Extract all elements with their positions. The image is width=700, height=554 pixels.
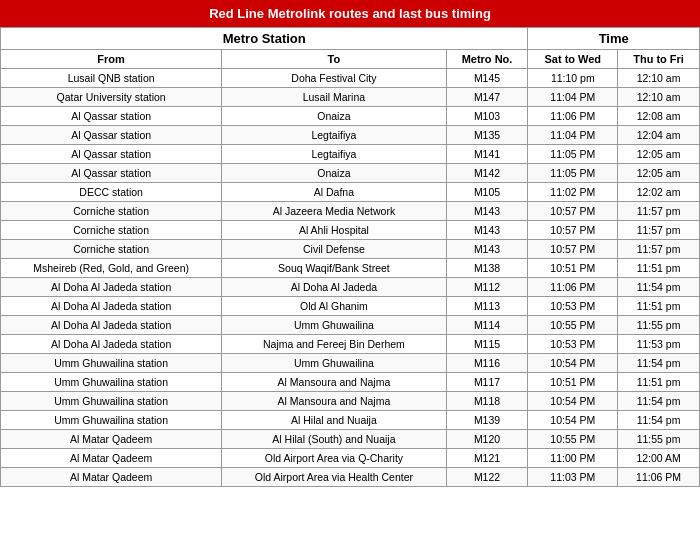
cell-to: Old Airport Area via Health Center [222,468,446,487]
table-row: Qatar University stationLusail MarinaM14… [1,88,700,107]
cell-from: Al Qassar station [1,145,222,164]
cell-from: Umm Ghuwailina station [1,411,222,430]
header-title: Red Line Metrolink routes and last bus t… [209,6,491,21]
cell-from: Al Qassar station [1,164,222,183]
cell-sat_wed: 11:03 PM [528,468,618,487]
cell-metro_no: M112 [446,278,528,297]
cell-sat_wed: 10:54 PM [528,392,618,411]
cell-from: Al Doha Al Jadeda station [1,316,222,335]
cell-metro_no: M116 [446,354,528,373]
cell-sat_wed: 10:54 PM [528,411,618,430]
cell-to: Najma and Fereej Bin Derhem [222,335,446,354]
cell-sat_wed: 11:00 PM [528,449,618,468]
table-row: Corniche stationAl Jazeera Media Network… [1,202,700,221]
table-row: Corniche stationAl Ahli HospitalM14310:5… [1,221,700,240]
cell-metro_no: M145 [446,69,528,88]
cell-from: Qatar University station [1,88,222,107]
cell-from: Al Doha Al Jadeda station [1,297,222,316]
sat-wed-header: Sat to Wed [528,50,618,69]
cell-thu_fri: 11:57 pm [618,221,700,240]
table-row: Umm Ghuwailina stationUmm GhuwailinaM116… [1,354,700,373]
cell-thu_fri: 11:55 pm [618,316,700,335]
cell-sat_wed: 11:05 PM [528,145,618,164]
cell-from: Al Qassar station [1,126,222,145]
cell-metro_no: M141 [446,145,528,164]
cell-metro_no: M135 [446,126,528,145]
cell-to: Al Hilal (South) and Nuaija [222,430,446,449]
table-row: Umm Ghuwailina stationAl Mansoura and Na… [1,392,700,411]
cell-sat_wed: 10:54 PM [528,354,618,373]
table-row: Al Doha Al Jadeda stationOld Al GhanimM1… [1,297,700,316]
table-row: Al Qassar stationLegtaifiyaM13511:04 PM1… [1,126,700,145]
cell-sat_wed: 11:05 PM [528,164,618,183]
cell-to: Al Hilal and Nuaija [222,411,446,430]
cell-sat_wed: 10:57 PM [528,240,618,259]
cell-thu_fri: 11:55 pm [618,430,700,449]
cell-metro_no: M105 [446,183,528,202]
cell-from: Al Doha Al Jadeda station [1,335,222,354]
table-row: Al Doha Al Jadeda stationUmm GhuwailinaM… [1,316,700,335]
cell-metro_no: M147 [446,88,528,107]
cell-to: Al Dafna [222,183,446,202]
table-row: DECC stationAl DafnaM10511:02 PM12:02 am [1,183,700,202]
cell-sat_wed: 10:55 PM [528,316,618,335]
cell-thu_fri: 12:02 am [618,183,700,202]
cell-thu_fri: 11:54 pm [618,411,700,430]
cell-from: Al Doha Al Jadeda station [1,278,222,297]
cell-sat_wed: 10:57 PM [528,221,618,240]
cell-to: Onaiza [222,107,446,126]
cell-thu_fri: 11:51 pm [618,297,700,316]
header-red: Red Line Metrolink routes and last bus t… [0,0,700,27]
cell-metro_no: M121 [446,449,528,468]
cell-metro_no: M139 [446,411,528,430]
cell-metro_no: M103 [446,107,528,126]
cell-metro_no: M117 [446,373,528,392]
to-header: To [222,50,446,69]
table-row: Al Qassar stationOnaizaM10311:06 PM12:08… [1,107,700,126]
cell-sat_wed: 10:51 PM [528,373,618,392]
cell-to: Doha Festival City [222,69,446,88]
cell-to: Umm Ghuwailina [222,316,446,335]
cell-sat_wed: 10:53 PM [528,335,618,354]
cell-from: Lusail QNB station [1,69,222,88]
table-row: Umm Ghuwailina stationAl Mansoura and Na… [1,373,700,392]
cell-sat_wed: 11:06 PM [528,278,618,297]
cell-metro_no: M142 [446,164,528,183]
cell-from: Corniche station [1,221,222,240]
cell-metro_no: M138 [446,259,528,278]
cell-thu_fri: 12:05 am [618,164,700,183]
cell-metro_no: M143 [446,202,528,221]
cell-to: Al Ahli Hospital [222,221,446,240]
cell-from: Umm Ghuwailina station [1,354,222,373]
cell-to: Umm Ghuwailina [222,354,446,373]
cell-to: Legtaifiya [222,145,446,164]
table-row: Al Matar QadeemOld Airport Area via Q-Ch… [1,449,700,468]
table-row: Msheireb (Red, Gold, and Green)Souq Waqi… [1,259,700,278]
cell-sat_wed: 10:55 PM [528,430,618,449]
cell-from: Corniche station [1,202,222,221]
cell-sat_wed: 10:57 PM [528,202,618,221]
time-header: Time [528,28,700,50]
cell-to: Al Mansoura and Najma [222,392,446,411]
cell-to: Al Mansoura and Najma [222,373,446,392]
cell-thu_fri: 11:54 pm [618,392,700,411]
cell-thu_fri: 11:57 pm [618,240,700,259]
cell-from: Msheireb (Red, Gold, and Green) [1,259,222,278]
table-row: Al Matar QadeemAl Hilal (South) and Nuai… [1,430,700,449]
cell-thu_fri: 12:00 AM [618,449,700,468]
metro-no-header: Metro No. [446,50,528,69]
cell-thu_fri: 11:51 pm [618,259,700,278]
cell-to: Al Jazeera Media Network [222,202,446,221]
cell-thu_fri: 12:10 am [618,88,700,107]
cell-thu_fri: 11:51 pm [618,373,700,392]
cell-metro_no: M120 [446,430,528,449]
cell-sat_wed: 10:51 PM [528,259,618,278]
cell-to: Onaiza [222,164,446,183]
cell-sat_wed: 10:53 PM [528,297,618,316]
cell-metro_no: M114 [446,316,528,335]
cell-from: Al Matar Qadeem [1,468,222,487]
table-row: Lusail QNB stationDoha Festival CityM145… [1,69,700,88]
cell-thu_fri: 12:04 am [618,126,700,145]
cell-thu_fri: 11:06 PM [618,468,700,487]
cell-to: Souq Waqif/Bank Street [222,259,446,278]
